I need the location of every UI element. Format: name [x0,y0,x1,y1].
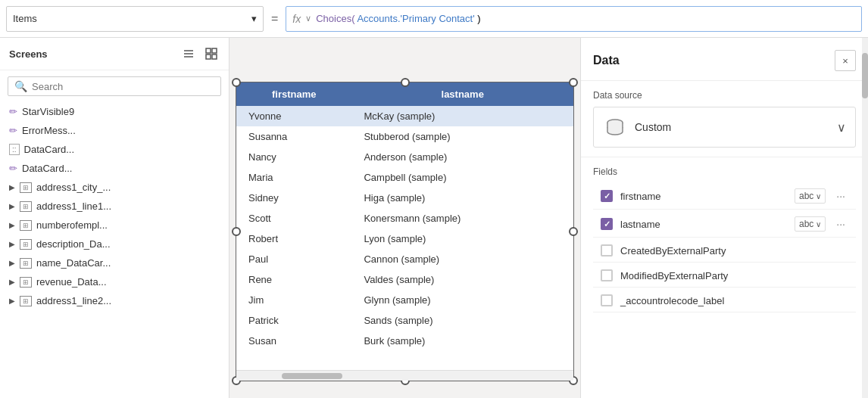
sidebar-item-DataCard1[interactable]: :: DataCard... [0,140,229,159]
sidebar-item-label: name_DataCar... [36,257,111,269]
field-checkbox[interactable] [601,190,613,202]
header-firstname: firstname [236,82,351,106]
svg-rect-5 [206,54,211,59]
cell-firstname: Patrick [236,310,351,331]
field-row[interactable]: firstnameabc∨··· [593,183,856,210]
table-row[interactable]: ScottKonersmann (sample) [236,208,573,229]
list-view-icon[interactable] [180,45,197,62]
field-row[interactable]: _accountrolecode_label [593,289,856,312]
field-more-button[interactable]: ··· [833,218,848,230]
table-row[interactable]: SidneyHiga (sample) [236,188,573,208]
svg-rect-3 [206,48,211,53]
canvas: firstname lastname YvonneMcKay (sample)S… [229,38,580,398]
expand-arrow-icon: ▶ [9,240,15,248]
cell-firstname: Yvonne [236,106,351,126]
sidebar-item-StarVisible9[interactable]: ✏ StarVisible9 [0,102,229,121]
sidebar-item-numberofempl[interactable]: ▶ ⊞ numberofempl... [0,216,229,235]
table-row[interactable]: MariaCampbell (sample) [236,167,573,188]
field-checkbox[interactable] [601,218,613,230]
search-input[interactable] [32,81,214,92]
datasource-left: Custom [603,115,671,139]
cell-lastname: Stubberod (sample) [351,126,573,147]
sidebar-items: ✏ StarVisible9 ✏ ErrorMess... :: DataCar… [0,102,229,398]
table-row[interactable]: PaulCannon (sample) [236,249,573,269]
group-icon: ⊞ [20,239,32,250]
sidebar-item-address1-line2[interactable]: ▶ ⊞ address1_line2... [0,291,229,310]
horizontal-scrollbar[interactable] [236,370,573,381]
dropdown-chevron-icon: ▾ [251,13,257,24]
handle-mid-right[interactable] [569,227,578,236]
formula-accounts: Accounts. [355,13,401,24]
close-button[interactable]: × [835,50,856,71]
cell-firstname: Susanna [236,126,351,147]
sidebar-item-label: address1_line1... [36,201,111,212]
field-name-label: ModifiedByExternalParty [620,270,848,281]
sidebar-item-label: DataCard... [24,144,74,155]
field-checkbox[interactable] [601,269,613,281]
field-type-badge[interactable]: abc∨ [795,188,826,204]
sidebar-item-label: numberofempl... [36,219,108,231]
cell-lastname: Higa (sample) [351,188,573,208]
handle-top-left[interactable] [232,78,241,87]
table-row[interactable]: JimGlynn (sample) [236,290,573,310]
cell-firstname: Rene [236,269,351,290]
field-row[interactable]: lastnameabc∨··· [593,211,856,238]
scroll-thumb-vertical[interactable] [862,53,868,98]
sidebar-title: Screens [9,48,48,60]
field-checkbox[interactable] [601,294,613,306]
expand-arrow-icon: ▶ [9,259,15,267]
main-content: Screens [0,38,868,398]
field-checkbox[interactable] [601,244,613,257]
handle-top-mid[interactable] [401,78,410,87]
cell-firstname: Sidney [236,188,351,208]
data-source-label: Data source [593,90,856,101]
formula-string: 'Primary Contact' [401,13,475,24]
table-row[interactable]: RobertLyon (sample) [236,229,573,249]
sidebar-item-revenue-data[interactable]: ▶ ⊞ revenue_Data... [0,272,229,291]
table-row[interactable]: NancyAnderson (sample) [236,147,573,167]
data-source-item[interactable]: Custom ∨ [593,107,856,148]
table-row[interactable]: ReneValdes (sample) [236,269,573,290]
vertical-scrollbar[interactable] [862,38,868,398]
sidebar-item-description-da[interactable]: ▶ ⊞ description_Da... [0,235,229,253]
scroll-thumb[interactable] [282,373,342,379]
expand-arrow-icon: ▶ [9,221,15,229]
sidebar-item-address1-city[interactable]: ▶ ⊞ address1_city_... [0,178,229,197]
field-row[interactable]: ModifiedByExternalParty [593,264,856,288]
search-box: 🔍 [8,76,221,96]
cell-lastname: Cannon (sample) [351,249,573,269]
items-dropdown[interactable]: Items ▾ [6,6,264,32]
table-row[interactable]: SusannaStubberod (sample) [236,126,573,147]
cell-firstname: Susan [236,331,351,351]
fields-section: Fields firstnameabc∨···lastnameabc∨···Cr… [581,157,868,398]
table-row[interactable]: PatrickSands (sample) [236,310,573,331]
gallery-container[interactable]: firstname lastname YvonneMcKay (sample)S… [236,82,574,381]
header-lastname: lastname [351,82,573,106]
formula-bar[interactable]: fx ∨ Choices( Accounts.'Primary Contact'… [286,6,862,32]
table-row[interactable]: YvonneMcKay (sample) [236,106,573,126]
table-row[interactable]: SusanBurk (sample) [236,331,573,351]
handle-mid-left[interactable] [232,227,241,236]
sidebar-item-address1-line1[interactable]: ▶ ⊞ address1_line1... [0,197,229,216]
sidebar-item-label: description_Da... [36,238,111,250]
field-row[interactable]: CreatedByExternalParty [593,239,856,263]
formula-close: ) [475,13,481,24]
sidebar-item-label: address1_city_... [36,182,111,193]
sidebar-item-DataCard2[interactable]: ✏ DataCard... [0,159,229,178]
field-type-badge[interactable]: abc∨ [795,216,826,232]
sidebar-item-label: StarVisible9 [22,106,74,117]
cell-firstname: Robert [236,229,351,249]
close-icon: × [842,55,848,67]
right-panel: Data × Data source Custom [580,38,868,398]
field-more-button[interactable]: ··· [833,190,848,202]
sidebar-item-name-datacar[interactable]: ▶ ⊞ name_DataCar... [0,253,229,272]
handle-top-right[interactable] [569,78,578,87]
cell-lastname: Valdes (sample) [351,269,573,290]
expand-arrow-icon: ▶ [9,278,15,286]
grid-view-icon[interactable] [203,45,220,62]
sidebar-item-label: revenue_Data... [36,276,107,288]
sidebar-item-label: ErrorMess... [22,125,76,136]
edit-icon: ✏ [9,125,17,136]
sidebar-item-ErrorMess[interactable]: ✏ ErrorMess... [0,121,229,140]
edit-icon: ✏ [9,106,17,117]
